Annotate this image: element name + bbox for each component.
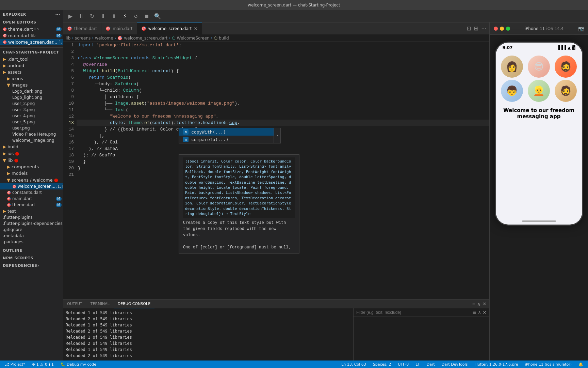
status-errors[interactable]: ⊘ 1 ⚠ 0 ℹ 1 [30,361,56,368]
filter-options-icon[interactable]: ≡ [472,310,476,315]
sidebar-item-video[interactable]: Video Place Here.png [0,131,63,137]
status-right: Ln 13, Col 63 Spaces: 2 UTF-8 LF Dart Da… [337,361,588,368]
search-button[interactable]: 🔍 [153,12,162,21]
open-editor-theme-dart[interactable]: 🎯 theme.dart lib M [0,26,63,32]
sidebar-item-theme-dart[interactable]: 🎯 theme.dart M [0,202,63,208]
tab-theme-dart[interactable]: 🎯 theme.dart [63,22,101,34]
tab-close-button[interactable]: ✕ [194,26,198,31]
sidebar-item-flutter-plugins-deps[interactable]: .flutter-plugins-dependencies [0,220,63,227]
run-button[interactable]: ▶ [66,12,75,21]
step-over-button[interactable]: ⬇ [98,12,108,21]
status-language[interactable]: Dart [425,361,437,368]
status-simulator[interactable]: iPhone 11 (ios simulator) [523,361,574,368]
status-flutter-version[interactable]: Flutter: 1.26.0-17.6.pre [472,361,520,368]
sidebar-item-build[interactable]: ▶ build [0,143,63,150]
sidebar-item-logo-light[interactable]: Logo_light.png [0,94,63,101]
tab-output[interactable]: OUTPUT [63,300,86,308]
more-actions-icon[interactable]: ⋯ [481,25,487,32]
dependencies-header[interactable]: DEPENDENCIES › [0,262,63,269]
tab-terminal[interactable]: TERMINAL [86,300,114,308]
hot-restart-button[interactable]: ↺ [131,12,141,21]
code-editor[interactable]: 1 2 3 4 5 6 7 8 9 10 11 12 13 14 [63,42,489,299]
split-editor-icon[interactable]: ⊡ [467,25,471,32]
explorer-menu-icon[interactable]: ⋯ [55,12,60,17]
step-into-button[interactable]: ⬆ [109,12,119,21]
sidebar-item-images[interactable]: ▼ images [0,82,63,88]
terminal-content[interactable]: Reloaded 1 of 549 libraries Reloaded 2 o… [63,308,353,361]
tab-main-dart[interactable]: 🎯 main.dart [101,22,137,34]
breadcrumb-screens[interactable]: screens [75,36,91,41]
hot-reload-button[interactable]: ⚡ [120,12,130,21]
breadcrumb-welcome[interactable]: welcome [95,36,113,41]
capture-screenshot-icon[interactable]: 📷 [578,26,584,31]
sidebar-item-ios[interactable]: ▶ ios ● [0,150,63,157]
sidebar-item-metadata[interactable]: .metadata [0,233,63,239]
project-header[interactable]: CHAT-STARTING-PROJECT [0,48,63,56]
sidebar-item-welcome-screen-dart[interactable]: 🎯 welcome_screen.... 1, M [0,183,63,189]
sidebar-item-dart-tool[interactable]: ▶ .dart_tool [0,56,63,62]
sidebar-item-android[interactable]: ▶ android [0,62,63,69]
autocomplete-arrow[interactable]: › [274,128,281,143]
tab-debug-console[interactable]: DEBUG CONSOLE [114,300,154,308]
autocomplete-item-copywith[interactable]: m copyWith(...) [179,128,274,136]
outline-header[interactable]: OUTLINE [0,247,63,254]
status-notifications[interactable]: 🔔 [576,361,585,368]
item-label: Logo_light.png [12,95,42,100]
filter-collapse-icon[interactable]: ∧ [478,310,481,315]
sidebar-item-icons[interactable]: ▶ icons [0,75,63,82]
item-badge: 1, M [58,184,63,189]
debug-filter-input[interactable] [356,310,471,315]
tab-welcome-screen-dart[interactable]: 🎯 welcome_screen.dart ✕ [137,22,202,34]
sidebar-item-gitignore[interactable]: .gitignore [0,227,63,233]
stop-button[interactable]: ↻ [87,12,97,21]
sidebar-item-lib[interactable]: ▼ lib ● [0,157,63,164]
breadcrumb-lib[interactable]: lib [66,36,70,41]
filter-close-icon[interactable]: ✕ [483,310,487,315]
item-label: icons [12,76,23,81]
sidebar-item-user5[interactable]: user_5.png [0,119,63,125]
sidebar-item-flutter-plugins[interactable]: .flutter-plugins [0,214,63,220]
status-dart-devtools[interactable]: Dart DevTools [440,361,470,368]
sidebar-item-user3[interactable]: user_3.png [0,107,63,113]
status-debug[interactable]: 🐛 Debug my code [59,361,98,368]
sidebar-item-constants[interactable]: 🎯 constants.dart [0,189,63,196]
sidebar-item-user4[interactable]: user_4.png [0,113,63,119]
open-editor-welcome-dart[interactable]: 🎯 welcome_screen.dar... 1, M [0,39,63,45]
status-branch[interactable]: ⎇ Project* [3,361,27,368]
sidebar-item-packages[interactable]: .packages [0,239,63,245]
stop-app-button[interactable]: ⏹ [142,12,151,21]
breadcrumb-method[interactable]: ⬡ [214,36,217,41]
avatar-item: 🧔 [553,56,578,78]
breadcrumb-classname[interactable]: WelcomeScreen [177,36,210,41]
autocomplete-item-compareto[interactable]: m compareTo(...) [179,136,274,143]
sidebar-item-main-dart[interactable]: 🎯 main.dart M [0,196,63,202]
sidebar-item-logo-dark[interactable]: Logo_dark.png [0,88,63,94]
autocomplete-list[interactable]: m copyWith(...) m compareTo(...) [179,128,274,143]
sidebar-item-test[interactable]: ▶ test [0,208,63,214]
status-encoding[interactable]: UTF-8 [396,361,411,368]
sidebar-item-user[interactable]: user.png [0,125,63,131]
pause-button[interactable]: ⏸ [77,12,86,21]
filter-toggle-btn[interactable]: ≡ [472,301,475,307]
breadcrumb-filename[interactable]: welcome_screen.dart [124,36,167,41]
warning-count: 0 [45,362,47,367]
sidebar-item-components[interactable]: ▶ components [0,164,63,170]
status-cursor[interactable]: Ln 13, Col 63 [339,361,368,368]
collapse-btn[interactable]: ∧ [477,301,480,307]
sidebar-item-models[interactable]: ▶ models [0,170,63,177]
status-eol[interactable]: LF [413,361,422,368]
npm-scripts-header[interactable]: NPM SCRIPTS [0,254,63,262]
breadcrumb-methodname[interactable]: build [219,36,229,41]
close-panel-btn[interactable]: ✕ [483,301,487,307]
sidebar-item-screens-welcome[interactable]: ▼ screens / welcome ● [0,177,63,183]
sidebar-item-assets[interactable]: ▶ assets [0,69,63,75]
breadcrumb-file[interactable]: 🎯 [117,36,122,41]
sidebar-item-welcome-image[interactable]: welcome_image.png [0,137,63,143]
sidebar-item-user2[interactable]: user_2.png [0,101,63,107]
editor-layout-icon[interactable]: ⊞ [474,25,478,32]
breadcrumb-class[interactable]: ⬡ [172,36,175,41]
open-editors-header[interactable]: OPEN EDITORS [0,18,63,26]
open-editor-main-dart[interactable]: 🎯 main.dart lib M [0,32,63,39]
item-label: .gitignore [3,227,22,232]
status-spaces[interactable]: Spaces: 2 [371,361,393,368]
